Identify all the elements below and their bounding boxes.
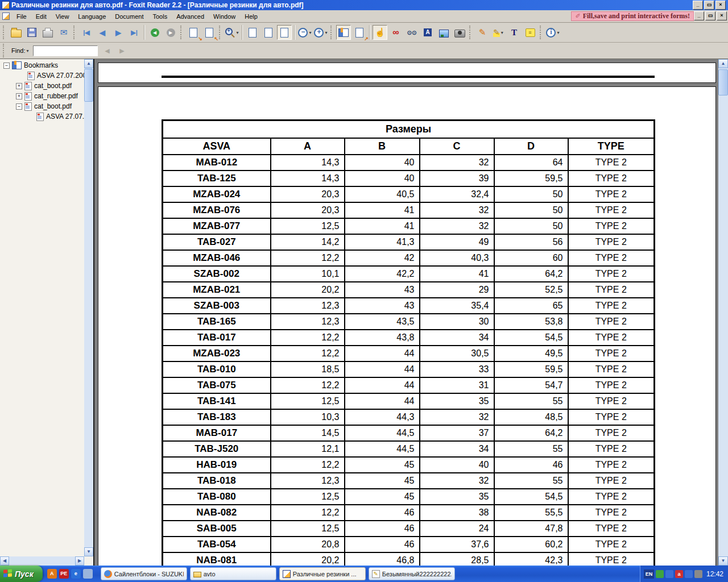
expander-icon[interactable]: + (16, 93, 22, 99)
zoom-in-button[interactable]: +▾ (313, 25, 328, 40)
zoom-tool-button[interactable]: ▾ (225, 25, 239, 40)
toolbar-grip[interactable] (3, 26, 6, 39)
taskbar-task[interactable]: Сайлентблоки - SUZUKI... (101, 567, 187, 580)
doc-scroll-up-icon[interactable]: ▲ (718, 59, 728, 68)
menu-language[interactable]: Language (73, 11, 110, 22)
find-binoculars-button[interactable]: ⊙⊙ (404, 25, 419, 40)
fit-width-button[interactable] (261, 25, 276, 40)
actual-size-button[interactable] (245, 25, 260, 40)
mdi-minimize-button[interactable]: _ (694, 11, 704, 20)
first-page-button[interactable]: |◀ (79, 25, 94, 40)
menu-window[interactable]: Window (209, 11, 240, 22)
bookmark-item[interactable]: ASVA 27.07. (0, 111, 84, 122)
bookmark-item[interactable]: +cat_rubber.pdf (0, 91, 84, 101)
menu-advanced[interactable]: Advanced (172, 11, 209, 22)
select-text-button[interactable]: A (420, 25, 435, 40)
toolbar-grip[interactable] (73, 26, 77, 39)
fit-page-button[interactable] (277, 25, 292, 40)
menu-file[interactable]: File (12, 11, 31, 22)
sidebar-scroll-right-icon[interactable]: ▶ (75, 556, 84, 566)
toolbar-grip[interactable] (180, 26, 184, 39)
print-button[interactable] (40, 25, 55, 40)
quick-launch-ie-icon[interactable]: e (71, 569, 81, 579)
bookmark-item[interactable]: +cat_boot.pdf (0, 81, 84, 91)
forms-promo-banner[interactable]: ✐ Fill,save and print interactive forms! (571, 11, 694, 21)
highlight-dropdown-icon[interactable]: ▾ (501, 30, 503, 35)
quick-launch-desktop-icon[interactable] (83, 569, 93, 579)
previous-page-button[interactable]: ◀ (95, 25, 110, 40)
sidebar-scroll-thumb[interactable] (84, 69, 93, 102)
menu-view[interactable]: View (51, 11, 74, 22)
annotate-button[interactable]: ✎ (475, 25, 490, 40)
tray-icon-green[interactable] (656, 570, 664, 578)
last-page-button[interactable]: ▶| (127, 25, 142, 40)
restore-button[interactable]: ▭ (704, 1, 714, 10)
quick-launch-pe-icon[interactable]: PE (59, 569, 69, 579)
note-button[interactable]: ≡ (523, 25, 537, 40)
highlight-button[interactable]: ✎▾ (491, 25, 506, 40)
quick-launch-avant-icon[interactable]: A (47, 569, 57, 579)
sidebar-scroll-down-icon[interactable]: ▼ (84, 547, 93, 556)
doc-scroll-down-icon[interactable]: ▼ (718, 556, 728, 566)
page-export-button[interactable]: ↖ (202, 25, 217, 40)
tray-icon-blue-1[interactable] (665, 570, 673, 578)
language-indicator[interactable]: EN (644, 569, 654, 579)
open-button[interactable] (9, 25, 23, 40)
sidebar-hscrollbar[interactable]: ◀ ▶ (0, 556, 84, 566)
tray-icon-gray[interactable] (694, 570, 702, 578)
snapshot-button[interactable] (452, 25, 467, 40)
bookmarks-panel-button[interactable] (336, 25, 351, 40)
find-dropdown-icon[interactable]: ▾ (26, 48, 28, 53)
find-previous-button[interactable]: ◀ (101, 45, 113, 56)
taskbar-task[interactable]: avto (190, 567, 276, 580)
email-button[interactable]: ✉ (56, 25, 71, 40)
toolbar-grip[interactable] (219, 26, 222, 39)
zoom-tool-dropdown-icon[interactable]: ▾ (236, 30, 238, 35)
next-view-button[interactable]: ▶ (163, 25, 178, 40)
bookmark-item[interactable]: −cat_boot.pdf (0, 101, 84, 111)
expander-icon[interactable]: + (16, 83, 22, 89)
findbar-grip[interactable] (3, 44, 6, 57)
expander-icon[interactable]: − (16, 103, 22, 110)
sidebar-scroll-up-icon[interactable]: ▲ (84, 59, 93, 68)
tray-icon-blue-2[interactable] (685, 570, 693, 578)
zoom-out-button[interactable]: −▾ (297, 25, 312, 40)
taskbar-task[interactable]: ✎Безымянный222222222... (369, 567, 455, 580)
zoom-in-dropdown-icon[interactable]: ▾ (325, 30, 327, 35)
taskbar-task[interactable]: Различные резинки ... (279, 567, 366, 580)
loupe-glasses-button[interactable]: ∞ (388, 25, 403, 40)
typewriter-button[interactable]: T (507, 25, 522, 40)
info-button[interactable]: i▾ (545, 25, 560, 40)
menu-edit[interactable]: Edit (31, 11, 51, 22)
toolbar-grip[interactable] (469, 26, 473, 39)
tray-icon-avast[interactable]: a (675, 570, 683, 578)
toolbar-grip[interactable] (330, 26, 334, 39)
sidebar-vscrollbar[interactable]: ▲ ▼ (84, 59, 93, 556)
next-page-button[interactable]: ▶ (111, 25, 126, 40)
doc-scroll-thumb[interactable] (718, 69, 728, 95)
select-image-button[interactable] (436, 25, 451, 40)
find-next-button[interactable]: ▶ (116, 45, 127, 56)
mdi-close-button[interactable]: × (717, 11, 727, 20)
page-import-button[interactable]: ↘ (186, 25, 201, 40)
full-screen-button[interactable]: ↗ (352, 25, 367, 40)
bookmark-root[interactable]: −Bookmarks (0, 60, 84, 70)
root-expander-icon[interactable]: − (3, 63, 10, 69)
menu-document[interactable]: Document (110, 11, 148, 22)
info-dropdown-icon[interactable]: ▾ (557, 30, 559, 35)
toolbar-grip[interactable] (540, 26, 543, 39)
menu-help[interactable]: Help (240, 11, 262, 22)
sidebar-scroll-left-icon[interactable]: ◀ (0, 556, 9, 566)
document-vscrollbar[interactable]: ▲ ▼ (718, 59, 728, 566)
menu-tools[interactable]: Tools (148, 11, 172, 22)
minimize-button[interactable]: _ (693, 1, 703, 10)
save-button[interactable] (24, 25, 39, 40)
hand-tool-button[interactable]: ☝ (373, 25, 387, 40)
close-button[interactable]: × (715, 1, 726, 10)
previous-view-button[interactable]: ◀ (147, 25, 162, 40)
mdi-restore-button[interactable]: ▭ (705, 11, 715, 20)
start-button[interactable]: Пуск (0, 566, 43, 582)
find-input[interactable] (33, 45, 98, 56)
bookmark-item[interactable]: ASVA 27.07.200 (0, 70, 84, 81)
zoom-out-dropdown-icon[interactable]: ▾ (309, 30, 311, 35)
